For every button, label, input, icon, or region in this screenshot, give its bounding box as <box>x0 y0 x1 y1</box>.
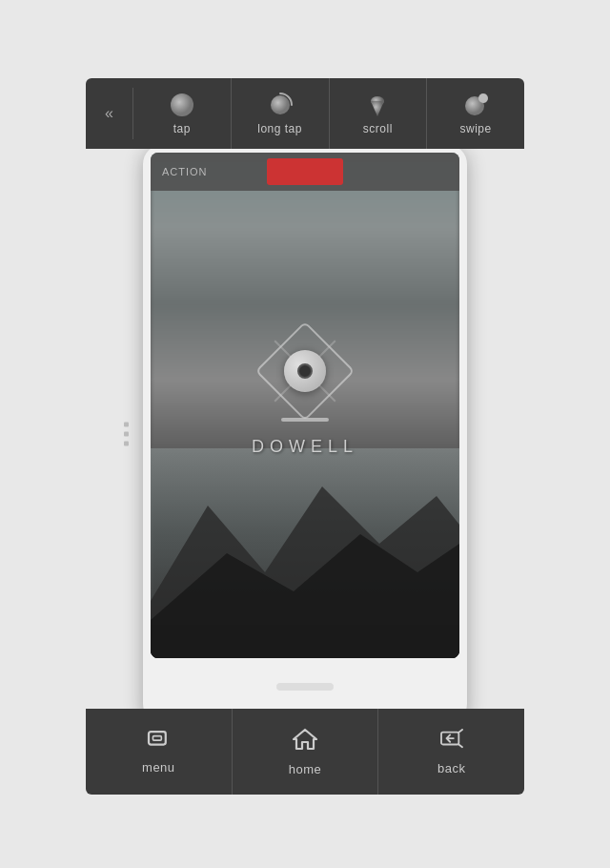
phone-screen[interactable]: ACTION DOWELL <box>151 153 459 658</box>
phone-bottom-area <box>151 658 459 715</box>
svg-rect-9 <box>151 625 459 658</box>
grip-dot <box>124 432 129 437</box>
nav-back[interactable]: back <box>378 709 524 795</box>
nav-home[interactable]: home <box>233 709 379 795</box>
swipe-icon <box>462 92 489 122</box>
svg-marker-3 <box>371 101 384 116</box>
svg-rect-11 <box>153 735 162 739</box>
home-label: home <box>289 762 322 776</box>
back-label: back <box>437 761 465 775</box>
scroll-icon <box>364 92 391 122</box>
scroll-action[interactable]: scroll <box>330 78 428 149</box>
logo-circle-outer <box>284 350 326 392</box>
home-icon <box>293 728 317 754</box>
tap-label: tap <box>173 122 191 135</box>
svg-point-1 <box>271 95 290 114</box>
chevron-left-icon: « <box>105 105 113 122</box>
mountain-silhouette <box>151 448 459 658</box>
tap-action[interactable]: tap <box>133 78 232 149</box>
svg-line-14 <box>458 729 462 732</box>
svg-marker-12 <box>294 730 316 749</box>
menu-icon <box>146 730 171 753</box>
nav-menu[interactable]: menu <box>86 709 233 795</box>
app-bar-highlight <box>267 158 343 185</box>
phone-frame: ACTION DOWELL <box>143 145 467 723</box>
app-bar-text: ACTION <box>162 166 208 177</box>
svg-line-15 <box>458 744 462 747</box>
home-bar <box>276 683 334 691</box>
long-tap-icon <box>267 92 294 122</box>
swipe-action[interactable]: swipe <box>427 78 524 149</box>
logo-circle-inner <box>297 363 313 379</box>
svg-point-0 <box>171 93 193 116</box>
long-tap-label: long tap <box>257 122 302 135</box>
bottom-nav: menu home back <box>86 709 524 795</box>
center-logo: DOWELL <box>252 328 358 457</box>
top-toolbar: « tap <box>86 78 524 149</box>
logo-text: DOWELL <box>252 437 358 457</box>
app-bar: ACTION <box>151 153 459 191</box>
side-grip <box>124 423 129 446</box>
tap-icon <box>169 92 195 122</box>
grip-dot <box>124 442 129 446</box>
long-tap-action[interactable]: long tap <box>232 78 330 149</box>
back-icon <box>438 729 465 754</box>
svg-rect-10 <box>149 732 166 744</box>
grip-dot <box>124 423 129 427</box>
svg-point-5 <box>478 93 488 103</box>
logo-diamond <box>262 328 348 414</box>
swipe-label: swipe <box>460 122 492 135</box>
menu-label: menu <box>142 760 175 775</box>
scroll-label: scroll <box>363 122 393 135</box>
toolbar-actions: tap long tap <box>133 78 524 149</box>
collapse-button[interactable]: « <box>86 88 133 139</box>
